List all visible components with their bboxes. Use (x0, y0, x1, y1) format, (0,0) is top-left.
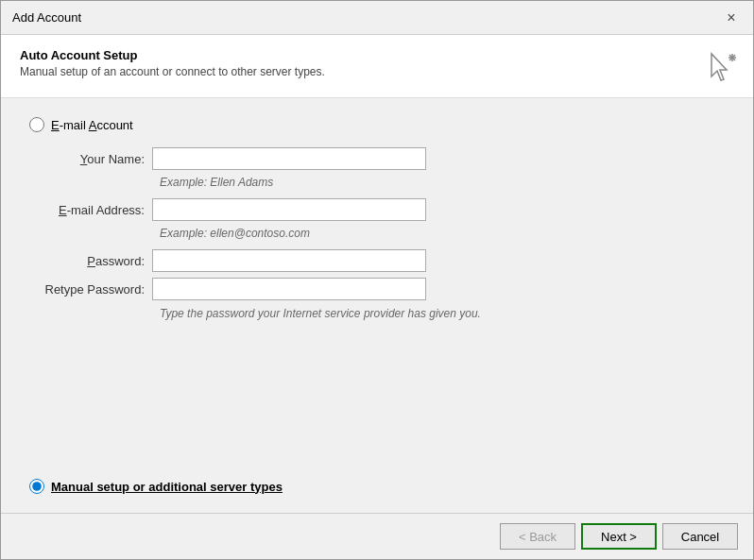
email-address-row: E-mail Address: (39, 198, 725, 221)
your-name-input[interactable] (152, 147, 426, 170)
header-text: Auto Account Setup Manual setup of an ac… (20, 48, 325, 78)
your-name-hint-row: Example: Ellen Adams (39, 176, 725, 189)
password-label: Password: (39, 254, 152, 268)
password-row: Password: (39, 249, 725, 272)
your-name-label: Your Name: (39, 152, 152, 166)
password-hint-text: Type the password your Internet service … (160, 307, 481, 320)
password-input[interactable] (152, 249, 426, 272)
email-hint-row: Example: ellen@contoso.com (39, 227, 725, 240)
next-button[interactable]: Next > (581, 523, 657, 550)
main-content: E-mail Account Your Name: Example: Ellen… (1, 98, 753, 513)
svg-marker-0 (711, 54, 727, 80)
retype-password-row: Retype Password: (39, 278, 725, 300)
retype-password-input[interactable] (152, 278, 426, 300)
cursor-icon (704, 50, 738, 84)
email-address-label: E-mail Address: (39, 203, 152, 217)
cursor-svg (704, 50, 738, 84)
close-button[interactable]: × (721, 8, 742, 28)
your-name-hint: Example: Ellen Adams (160, 176, 273, 189)
dialog-title: Add Account (12, 10, 81, 25)
header-subtitle: Manual setup of an account or connect to… (20, 65, 325, 78)
manual-setup-radio-label[interactable]: Manual setup or additional server types (29, 479, 725, 494)
form-area: Your Name: Example: Ellen Adams E-mail A… (29, 147, 725, 337)
footer: < Back Next > Cancel (1, 513, 753, 559)
email-account-radio-label[interactable]: E-mail Account (29, 117, 725, 132)
retype-password-label: Retype Password: (39, 282, 152, 297)
manual-setup-radio[interactable] (29, 479, 44, 494)
header-title: Auto Account Setup (20, 48, 325, 62)
spacer (29, 347, 725, 464)
back-button[interactable]: < Back (500, 523, 575, 550)
email-hint: Example: ellen@contoso.com (160, 227, 310, 240)
manual-setup-section: Manual setup or additional server types (29, 467, 725, 494)
add-account-dialog: Add Account × Auto Account Setup Manual … (0, 0, 754, 560)
password-hint: Type the password your Internet service … (39, 306, 725, 320)
email-account-label: E-mail Account (51, 118, 133, 132)
manual-setup-label: Manual setup or additional server types (51, 480, 283, 494)
title-bar: Add Account × (1, 1, 753, 35)
email-address-input[interactable] (152, 198, 426, 221)
your-name-row: Your Name: (39, 147, 725, 170)
cancel-button[interactable]: Cancel (662, 523, 738, 550)
email-account-section: E-mail Account (29, 117, 725, 132)
email-account-radio[interactable] (29, 117, 44, 132)
header-section: Auto Account Setup Manual setup of an ac… (1, 35, 753, 98)
